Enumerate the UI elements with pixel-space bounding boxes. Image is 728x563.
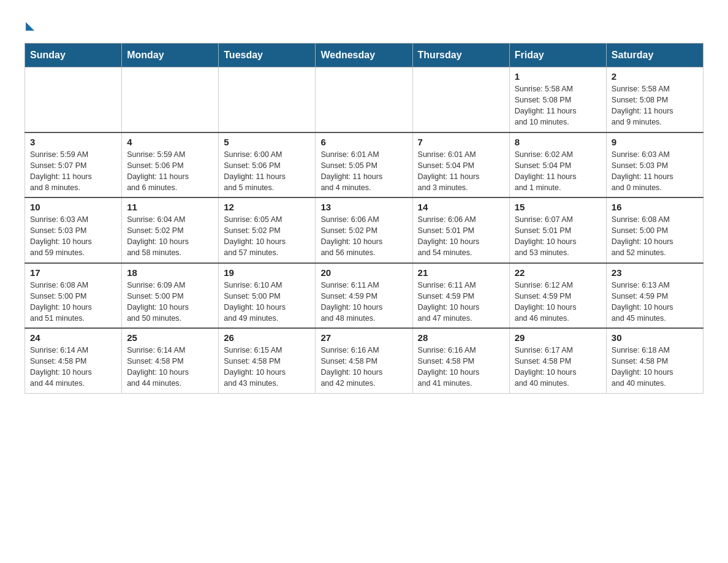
- logo-arrow-icon: [26, 22, 34, 31]
- day-number: 19: [224, 267, 310, 278]
- calendar-cell: 22Sunrise: 6:12 AMSunset: 4:59 PMDayligh…: [509, 263, 606, 329]
- weekday-header-friday: Friday: [509, 44, 606, 67]
- day-info: Sunrise: 5:59 AMSunset: 5:07 PMDaylight:…: [30, 149, 116, 194]
- day-number: 4: [127, 137, 213, 147]
- day-info: Sunrise: 6:18 AMSunset: 4:58 PMDaylight:…: [612, 345, 698, 389]
- day-info: Sunrise: 6:05 AMSunset: 5:02 PMDaylight:…: [224, 214, 310, 259]
- calendar-cell: 11Sunrise: 6:04 AMSunset: 5:02 PMDayligh…: [122, 197, 219, 263]
- day-info: Sunrise: 6:06 AMSunset: 5:02 PMDaylight:…: [320, 214, 407, 259]
- day-info: Sunrise: 6:07 AMSunset: 5:01 PMDaylight:…: [515, 214, 601, 259]
- day-number: 15: [515, 202, 601, 212]
- calendar-cell: 8Sunrise: 6:02 AMSunset: 5:04 PMDaylight…: [509, 132, 606, 198]
- day-info: Sunrise: 6:14 AMSunset: 4:58 PMDaylight:…: [30, 345, 116, 389]
- day-number: 3: [30, 137, 116, 147]
- calendar-cell: 24Sunrise: 6:14 AMSunset: 4:58 PMDayligh…: [25, 328, 122, 393]
- calendar-cell: 16Sunrise: 6:08 AMSunset: 5:00 PMDayligh…: [606, 197, 703, 263]
- calendar-cell: 5Sunrise: 6:00 AMSunset: 5:06 PMDaylight…: [219, 132, 316, 198]
- day-info: Sunrise: 6:11 AMSunset: 4:59 PMDaylight:…: [418, 280, 504, 324]
- calendar-cell: 19Sunrise: 6:10 AMSunset: 5:00 PMDayligh…: [219, 263, 316, 329]
- day-info: Sunrise: 5:58 AMSunset: 5:08 PMDaylight:…: [612, 83, 698, 128]
- calendar-cell: [412, 67, 509, 132]
- day-number: 9: [612, 137, 698, 147]
- day-info: Sunrise: 6:09 AMSunset: 5:00 PMDaylight:…: [127, 280, 213, 324]
- calendar-cell: 18Sunrise: 6:09 AMSunset: 5:00 PMDayligh…: [122, 263, 219, 329]
- calendar-cell: [25, 67, 122, 132]
- day-number: 10: [30, 202, 116, 212]
- weekday-header-monday: Monday: [122, 44, 219, 67]
- day-info: Sunrise: 6:01 AMSunset: 5:04 PMDaylight:…: [418, 149, 504, 194]
- day-number: 26: [224, 332, 310, 343]
- day-info: Sunrise: 6:16 AMSunset: 4:58 PMDaylight:…: [320, 345, 407, 389]
- day-info: Sunrise: 6:00 AMSunset: 5:06 PMDaylight:…: [224, 149, 310, 194]
- day-number: 29: [515, 332, 601, 343]
- calendar-cell: 12Sunrise: 6:05 AMSunset: 5:02 PMDayligh…: [219, 197, 316, 263]
- day-info: Sunrise: 6:12 AMSunset: 4:59 PMDaylight:…: [515, 280, 601, 324]
- weekday-header-wednesday: Wednesday: [316, 44, 412, 67]
- day-info: Sunrise: 5:58 AMSunset: 5:08 PMDaylight:…: [515, 83, 601, 128]
- day-info: Sunrise: 6:13 AMSunset: 4:59 PMDaylight:…: [612, 280, 698, 324]
- day-number: 12: [224, 202, 310, 212]
- day-info: Sunrise: 6:02 AMSunset: 5:04 PMDaylight:…: [515, 149, 601, 194]
- day-info: Sunrise: 6:11 AMSunset: 4:59 PMDaylight:…: [320, 280, 407, 324]
- day-number: 23: [612, 267, 698, 278]
- day-number: 7: [418, 137, 504, 147]
- calendar-cell: 21Sunrise: 6:11 AMSunset: 4:59 PMDayligh…: [412, 263, 509, 329]
- calendar-cell: 10Sunrise: 6:03 AMSunset: 5:03 PMDayligh…: [25, 197, 122, 263]
- calendar-cell: [122, 67, 219, 132]
- calendar-cell: 6Sunrise: 6:01 AMSunset: 5:05 PMDaylight…: [316, 132, 412, 198]
- weekday-header-thursday: Thursday: [412, 44, 509, 67]
- day-number: 5: [224, 137, 310, 147]
- calendar-cell: 28Sunrise: 6:16 AMSunset: 4:58 PMDayligh…: [412, 328, 509, 393]
- calendar-cell: 14Sunrise: 6:06 AMSunset: 5:01 PMDayligh…: [412, 197, 509, 263]
- page-header: [25, 18, 703, 31]
- day-info: Sunrise: 6:10 AMSunset: 5:00 PMDaylight:…: [224, 280, 310, 324]
- day-info: Sunrise: 6:03 AMSunset: 5:03 PMDaylight:…: [612, 149, 698, 194]
- day-number: 30: [612, 332, 698, 343]
- calendar-cell: 30Sunrise: 6:18 AMSunset: 4:58 PMDayligh…: [606, 328, 703, 393]
- day-number: 22: [515, 267, 601, 278]
- weekday-header-row: SundayMondayTuesdayWednesdayThursdayFrid…: [25, 44, 703, 67]
- day-number: 21: [418, 267, 504, 278]
- calendar-cell: 3Sunrise: 5:59 AMSunset: 5:07 PMDaylight…: [25, 132, 122, 198]
- day-number: 28: [418, 332, 504, 343]
- day-info: Sunrise: 6:04 AMSunset: 5:02 PMDaylight:…: [127, 214, 213, 259]
- calendar-cell: 4Sunrise: 5:59 AMSunset: 5:06 PMDaylight…: [122, 132, 219, 198]
- calendar-cell: 7Sunrise: 6:01 AMSunset: 5:04 PMDaylight…: [412, 132, 509, 198]
- day-info: Sunrise: 6:15 AMSunset: 4:58 PMDaylight:…: [224, 345, 310, 389]
- calendar-cell: 13Sunrise: 6:06 AMSunset: 5:02 PMDayligh…: [316, 197, 412, 263]
- weekday-header-sunday: Sunday: [25, 44, 122, 67]
- calendar-cell: 23Sunrise: 6:13 AMSunset: 4:59 PMDayligh…: [606, 263, 703, 329]
- day-number: 6: [320, 137, 407, 147]
- day-number: 13: [320, 202, 407, 212]
- calendar-week-row: 3Sunrise: 5:59 AMSunset: 5:07 PMDaylight…: [25, 132, 703, 198]
- calendar-cell: [316, 67, 412, 132]
- day-number: 24: [30, 332, 116, 343]
- calendar-week-row: 17Sunrise: 6:08 AMSunset: 5:00 PMDayligh…: [25, 263, 703, 329]
- day-number: 16: [612, 202, 698, 212]
- day-info: Sunrise: 6:06 AMSunset: 5:01 PMDaylight:…: [418, 214, 504, 259]
- logo: [25, 18, 34, 31]
- weekday-header-saturday: Saturday: [606, 44, 703, 67]
- day-number: 8: [515, 137, 601, 147]
- day-info: Sunrise: 6:08 AMSunset: 5:00 PMDaylight:…: [612, 214, 698, 259]
- day-info: Sunrise: 6:08 AMSunset: 5:00 PMDaylight:…: [30, 280, 116, 324]
- day-number: 14: [418, 202, 504, 212]
- calendar-cell: 2Sunrise: 5:58 AMSunset: 5:08 PMDaylight…: [606, 67, 703, 132]
- day-info: Sunrise: 6:01 AMSunset: 5:05 PMDaylight:…: [320, 149, 407, 194]
- calendar-cell: 25Sunrise: 6:14 AMSunset: 4:58 PMDayligh…: [122, 328, 219, 393]
- day-number: 2: [612, 71, 698, 82]
- day-info: Sunrise: 6:14 AMSunset: 4:58 PMDaylight:…: [127, 345, 213, 389]
- day-number: 20: [320, 267, 407, 278]
- day-info: Sunrise: 6:17 AMSunset: 4:58 PMDaylight:…: [515, 345, 601, 389]
- calendar-week-row: 24Sunrise: 6:14 AMSunset: 4:58 PMDayligh…: [25, 328, 703, 393]
- calendar-cell: [219, 67, 316, 132]
- day-info: Sunrise: 5:59 AMSunset: 5:06 PMDaylight:…: [127, 149, 213, 194]
- calendar-cell: 27Sunrise: 6:16 AMSunset: 4:58 PMDayligh…: [316, 328, 412, 393]
- calendar-cell: 26Sunrise: 6:15 AMSunset: 4:58 PMDayligh…: [219, 328, 316, 393]
- calendar-cell: 1Sunrise: 5:58 AMSunset: 5:08 PMDaylight…: [509, 67, 606, 132]
- calendar-cell: 9Sunrise: 6:03 AMSunset: 5:03 PMDaylight…: [606, 132, 703, 198]
- day-number: 18: [127, 267, 213, 278]
- calendar-table: SundayMondayTuesdayWednesdayThursdayFrid…: [25, 43, 703, 394]
- calendar-cell: 15Sunrise: 6:07 AMSunset: 5:01 PMDayligh…: [509, 197, 606, 263]
- calendar-cell: 29Sunrise: 6:17 AMSunset: 4:58 PMDayligh…: [509, 328, 606, 393]
